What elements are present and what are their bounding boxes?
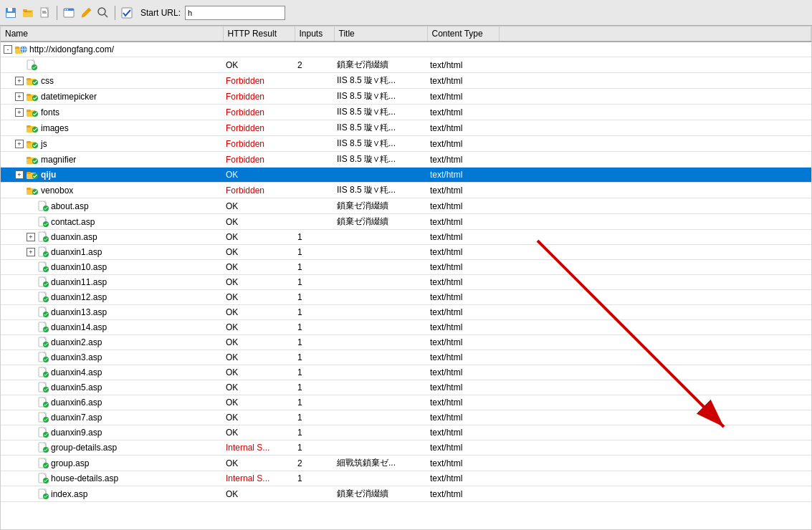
expand-button[interactable]: +	[27, 233, 35, 241]
start-url-input[interactable]	[185, 6, 285, 20]
page-green-icon	[37, 352, 49, 363]
svg-rect-4	[23, 9, 27, 11]
expand-button[interactable]: +	[15, 140, 24, 148]
table-row[interactable]: duanxin3.aspOK1text/html	[1, 350, 811, 365]
table-row[interactable]: group-details.aspInternal S...1text/html	[1, 440, 811, 456]
name-cell[interactable]: duanxin14.asp	[1, 320, 223, 335]
http-result-cell: OK	[223, 198, 295, 214]
extra-cell	[499, 471, 811, 486]
page-green-icon	[37, 337, 49, 348]
inputs-cell	[295, 120, 334, 136]
table-row[interactable]: duanxin12.aspOK1text/html	[1, 290, 811, 305]
table-row[interactable]: OK2鎖棄ゼ消綴續text/html	[1, 57, 811, 73]
name-cell[interactable]: + duanxin1.asp	[1, 245, 223, 260]
col-header-content[interactable]: Content Type	[427, 26, 499, 42]
svg-point-12	[67, 9, 68, 10]
table-row[interactable]: + jsForbiddenIIS 8.5 璇∨粍...text/html	[1, 136, 811, 152]
svg-rect-5	[24, 11, 32, 12]
name-cell[interactable]: duanxin10.asp	[1, 260, 223, 275]
svg-marker-13	[82, 8, 91, 17]
expand-button[interactable]: +	[15, 92, 24, 101]
name-cell[interactable]: + css	[1, 73, 223, 89]
name-cell[interactable]: duanxin7.asp	[1, 410, 223, 425]
table-row[interactable]: + fontsForbiddenIIS 8.5 璇∨粍...text/html	[1, 105, 811, 120]
name-cell[interactable]: + datetimepicker	[1, 89, 223, 105]
name-cell[interactable]: duanxin11.asp	[1, 275, 223, 290]
http-result-cell: OK	[223, 486, 295, 502]
table-row[interactable]: magnifierForbiddenIIS 8.5 璇∨粍...text/htm…	[1, 152, 811, 168]
name-cell[interactable]: duanxin9.asp	[1, 425, 223, 440]
tree-table[interactable]: Name HTTP Result Inputs Title Content Ty…	[0, 26, 812, 530]
table-row[interactable]: contact.aspOK鎖棄ゼ消綴續text/html	[1, 214, 811, 230]
name-cell[interactable]: duanxin13.asp	[1, 305, 223, 320]
table-row[interactable]: duanxin14.aspOK1text/html	[1, 320, 811, 335]
page-green-icon	[37, 246, 49, 258]
table-row[interactable]: group.aspOK2細戰筑鎖棄ゼ...text/html	[1, 456, 811, 471]
table-row[interactable]: imagesForbiddenIIS 8.5 璇∨粍...text/html	[1, 120, 811, 136]
name-cell[interactable]: about.asp	[1, 198, 223, 214]
table-row[interactable]: index.aspOK鎖棄ゼ消綴續text/html	[1, 486, 811, 502]
pencil-icon[interactable]	[78, 5, 94, 21]
col-header-name[interactable]: Name	[1, 26, 223, 42]
table-row[interactable]: duanxin2.aspOK1text/html	[1, 335, 811, 350]
inputs-cell: 1	[295, 380, 334, 395]
table-row[interactable]: about.aspOK鎖棄ゼ消綴續text/html	[1, 198, 811, 214]
table-row[interactable]: duanxin13.aspOK1text/html	[1, 305, 811, 320]
browser-icon[interactable]	[61, 5, 77, 21]
checkbox-icon[interactable]	[119, 5, 135, 21]
expand-button[interactable]: +	[15, 170, 24, 179]
col-header-title[interactable]: Title	[334, 26, 427, 42]
table-row[interactable]: + qijuOKtext/html	[1, 168, 811, 183]
name-cell[interactable]: house-details.asp	[1, 471, 223, 486]
table-row[interactable]: duanxin7.aspOK1text/html	[1, 410, 811, 425]
new-icon[interactable]	[37, 5, 53, 21]
name-cell[interactable]: magnifier	[1, 152, 223, 168]
title-cell: 鎖棄ゼ消綴續	[334, 214, 427, 230]
table-row[interactable]: duanxin4.aspOK1text/html	[1, 365, 811, 380]
name-cell[interactable]: - http://xidongfang.com/	[1, 42, 223, 57]
table-row[interactable]: + duanxin.aspOK1text/html	[1, 230, 811, 245]
name-cell[interactable]: + js	[1, 136, 223, 152]
name-cell[interactable]: venobox	[1, 183, 223, 198]
expand-button[interactable]: +	[27, 248, 35, 256]
name-cell[interactable]: duanxin3.asp	[1, 350, 223, 365]
name-cell[interactable]: + fonts	[1, 105, 223, 120]
table-row[interactable]: duanxin5.aspOK1text/html	[1, 380, 811, 395]
page-green-icon	[37, 201, 49, 212]
title-cell: 鎖棄ゼ消綴續	[334, 57, 427, 73]
table-row[interactable]: + datetimepickerForbiddenIIS 8.5 璇∨粍...t…	[1, 89, 811, 105]
name-cell[interactable]: duanxin4.asp	[1, 365, 223, 380]
expand-button[interactable]: +	[15, 108, 24, 117]
col-header-inputs[interactable]: Inputs	[295, 26, 334, 42]
name-cell[interactable]: contact.asp	[1, 214, 223, 230]
search-icon[interactable]	[95, 5, 111, 21]
name-cell[interactable]: group.asp	[1, 456, 223, 471]
title-cell	[334, 380, 427, 395]
name-cell[interactable]: images	[1, 120, 223, 136]
table-row[interactable]: - http://xidongfang.com/	[1, 42, 811, 57]
table-row[interactable]: + cssForbiddenIIS 8.5 璇∨粍...text/html	[1, 73, 811, 89]
name-cell[interactable]: duanxin6.asp	[1, 395, 223, 410]
expand-button[interactable]: +	[15, 77, 24, 85]
save-icon[interactable]	[3, 5, 19, 21]
expand-button[interactable]: -	[4, 45, 12, 54]
row-name-text: images	[41, 123, 69, 133]
col-header-http[interactable]: HTTP Result	[223, 26, 295, 42]
name-cell[interactable]: index.asp	[1, 486, 223, 502]
table-row[interactable]: house-details.aspInternal S...1text/html	[1, 471, 811, 486]
svg-rect-47	[27, 188, 31, 190]
name-cell[interactable]: duanxin12.asp	[1, 290, 223, 305]
name-cell[interactable]: duanxin5.asp	[1, 380, 223, 395]
name-cell[interactable]	[1, 57, 223, 73]
table-row[interactable]: duanxin11.aspOK1text/html	[1, 275, 811, 290]
name-cell[interactable]: + qiju	[1, 168, 223, 183]
table-row[interactable]: duanxin6.aspOK1text/html	[1, 395, 811, 410]
name-cell[interactable]: group-details.asp	[1, 440, 223, 456]
name-cell[interactable]: duanxin2.asp	[1, 335, 223, 350]
table-row[interactable]: duanxin10.aspOK1text/html	[1, 260, 811, 275]
open-icon[interactable]	[20, 5, 36, 21]
table-row[interactable]: venoboxForbiddenIIS 8.5 璇∨粍...text/html	[1, 183, 811, 198]
table-row[interactable]: + duanxin1.aspOK1text/html	[1, 245, 811, 260]
table-row[interactable]: duanxin9.aspOK1text/html	[1, 425, 811, 440]
name-cell[interactable]: + duanxin.asp	[1, 230, 223, 245]
